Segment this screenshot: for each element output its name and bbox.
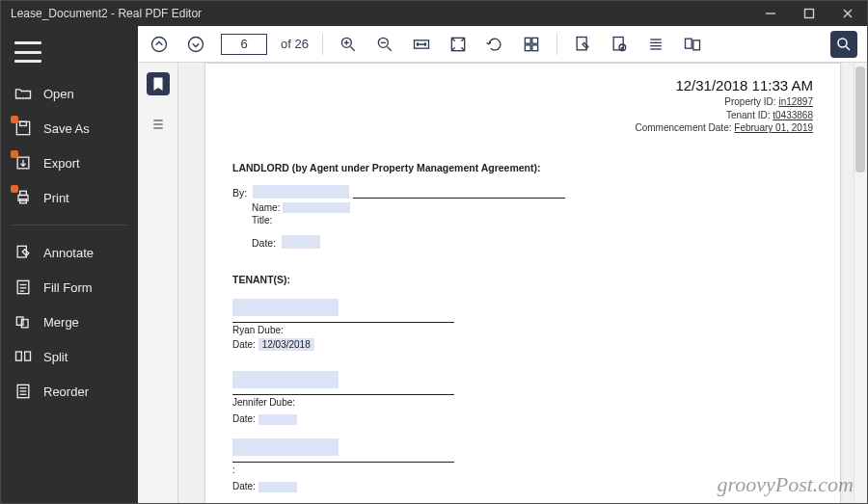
sidebar-label: Annotate [43,246,94,260]
merge-icon [13,311,34,332]
page-up-button[interactable] [148,33,171,56]
titlebar: Lease_Document2 - Real PDF Editor [1,1,867,26]
thumbnails-button[interactable] [520,33,543,56]
sidebar-item-reorder[interactable]: Reorder [1,374,138,409]
name-label: Name: [252,202,280,213]
svg-rect-18 [25,352,31,360]
split-icon [13,346,34,367]
zoom-out-button[interactable] [373,33,396,56]
sidebar-label: Split [43,350,68,364]
svg-rect-37 [532,44,538,50]
svg-rect-15 [16,317,23,325]
svg-rect-5 [20,121,27,125]
svg-line-26 [350,46,354,50]
reorder-icon [13,381,34,402]
form-field[interactable] [283,202,350,213]
tenants-heading: TENANT(S): [232,274,813,285]
sidebar-item-merge[interactable]: Merge [1,305,138,339]
edit-page-button[interactable] [571,33,594,56]
toolbar-separator [322,34,323,55]
sidebar-label: Merge [43,315,79,330]
list-view-button[interactable] [147,113,170,136]
sidebar-item-export[interactable]: Export [1,146,138,180]
svg-rect-36 [525,44,530,50]
fill-form-icon [13,277,34,298]
svg-line-30 [387,46,391,50]
save-icon [13,118,34,139]
date-label: Date: [232,481,256,491]
sidebar-label: Save As [43,121,90,136]
svg-point-23 [152,37,167,51]
landlord-heading: LANDLORD (by Agent under Property Manage… [232,162,813,173]
document-viewport[interactable]: 12/31/2018 11:33 AM Property ID: in12897… [178,63,867,503]
form-field[interactable] [232,438,339,456]
menu-icon[interactable] [14,41,41,63]
sidebar-label: Open [43,87,74,101]
current-page-input[interactable] [221,34,267,55]
sidebar-item-open[interactable]: Open [1,76,138,111]
tenant3-name: : [232,464,813,475]
folder-open-icon [13,83,34,104]
export-icon [13,152,34,173]
svg-rect-35 [532,38,538,43]
rotate-button[interactable] [483,33,506,56]
zoom-in-button[interactable] [337,33,360,56]
svg-rect-4 [16,121,29,134]
tenant1-name: Ryan Dube: [232,325,813,335]
svg-rect-17 [16,352,22,360]
form-field[interactable] [258,414,297,425]
fit-width-button[interactable] [410,33,433,56]
minimize-button[interactable] [751,1,790,26]
search-button[interactable] [830,31,857,58]
sidebar-item-split[interactable]: Split [1,339,138,374]
stamp-button[interactable] [608,33,631,56]
form-field[interactable] [282,235,320,249]
svg-rect-45 [685,39,692,48]
pdf-page: 12/31/2018 11:33 AM Property ID: in12897… [204,63,841,503]
svg-line-48 [846,46,850,50]
form-field[interactable] [232,371,339,388]
svg-point-47 [838,39,847,47]
sidebar-label: Export [43,156,80,171]
sidebar-label: Fill Form [43,280,93,295]
outline-button[interactable] [644,33,667,56]
svg-rect-16 [21,320,28,328]
sidebar: Open Save As Export [1,26,138,503]
print-icon [13,187,34,208]
svg-rect-1 [805,10,814,18]
maximize-button[interactable] [790,1,828,26]
date-label: Date: [252,237,276,249]
date-label: Date: [232,413,256,424]
vertical-scrollbar[interactable] [854,63,867,503]
sidebar-item-print[interactable]: Print [1,180,138,215]
tenant1-date-value[interactable]: 12/03/2018 [258,338,314,351]
form-field[interactable] [232,299,339,316]
app-window: Lease_Document2 - Real PDF Editor Open [0,0,868,504]
sidebar-item-annotate[interactable]: Annotate [1,235,138,270]
compare-button[interactable] [681,33,704,56]
form-field[interactable] [253,185,349,199]
toolbar: of 26 [138,26,867,63]
fit-page-button[interactable] [447,33,470,56]
page-down-button[interactable] [184,33,207,56]
sidebar-item-fill-form[interactable]: Fill Form [1,270,138,305]
sidebar-item-save-as[interactable]: Save As [1,111,138,146]
svg-rect-46 [693,40,700,49]
form-field[interactable] [258,482,297,492]
bookmark-view-button[interactable] [147,72,170,95]
sidebar-separator [13,225,126,225]
close-button[interactable] [828,1,867,26]
tenant2-name: Jennifer Dube: [232,397,813,408]
scroll-thumb[interactable] [855,66,865,172]
sidebar-label: Print [43,191,69,205]
toolbar-separator [556,34,557,55]
svg-point-24 [189,37,203,51]
page-datetime: 12/31/2018 11:33 AM [232,77,813,93]
sidebar-label: Reorder [43,385,89,399]
by-label: By: [232,187,247,199]
view-strip [138,63,178,503]
window-title: Lease_Document2 - Real PDF Editor [1,7,751,20]
svg-rect-8 [20,191,27,195]
page-of-label: of 26 [281,37,309,51]
page-meta: Property ID: in12897 Tenant ID: t0433868… [232,95,813,135]
